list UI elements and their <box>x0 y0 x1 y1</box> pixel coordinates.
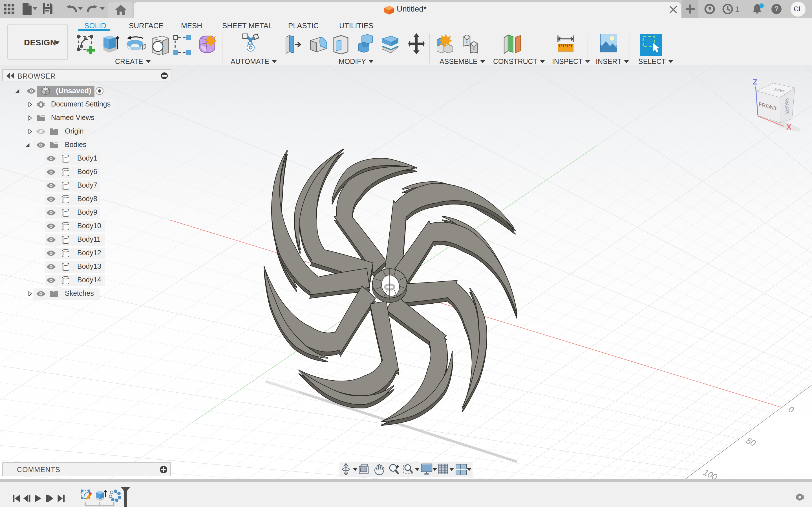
svg-text:X: X <box>786 123 792 131</box>
svg-text:0: 0 <box>787 404 795 415</box>
svg-text:Z: Z <box>753 78 758 86</box>
svg-text:100: 100 <box>702 467 719 479</box>
svg-text:?: ? <box>774 5 778 13</box>
svg-text:50: 50 <box>745 436 757 448</box>
svg-text:RIGHT: RIGHT <box>784 97 789 116</box>
